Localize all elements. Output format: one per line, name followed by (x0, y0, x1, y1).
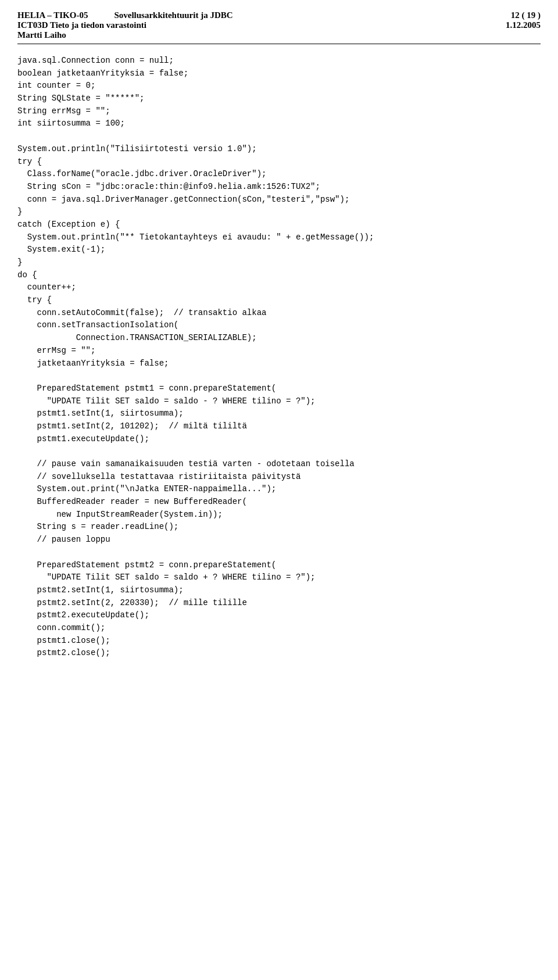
header-title: HELIA – TIKO-05 Sovellusarkkitehtuurit j… (17, 10, 233, 20)
header-right: 12 ( 19 ) 1.12.2005 (506, 10, 541, 30)
header-subtitle: ICT03D Tieto ja tiedon varastointi (17, 20, 233, 30)
page-header: HELIA – TIKO-05 Sovellusarkkitehtuurit j… (17, 10, 541, 44)
page-number: 12 ( 19 ) (506, 10, 541, 20)
header-left: HELIA – TIKO-05 Sovellusarkkitehtuurit j… (17, 10, 233, 40)
header-date: 1.12.2005 (506, 20, 541, 30)
code-block: java.sql.Connection conn = null; boolean… (17, 55, 541, 660)
header-author: Martti Laiho (17, 30, 233, 40)
page-content: java.sql.Connection conn = null; boolean… (17, 55, 541, 660)
